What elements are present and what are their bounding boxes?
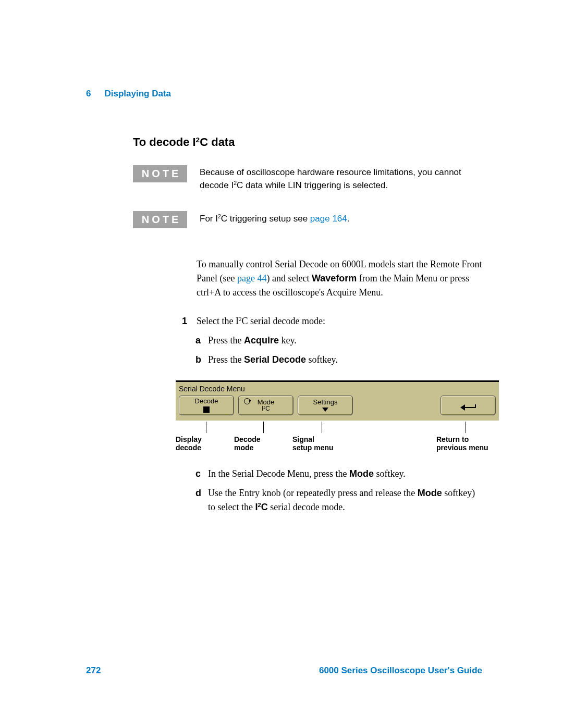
softkey-mode[interactable]: Mode I²C: [238, 396, 293, 415]
step-number: 1: [182, 314, 187, 328]
chevron-down-icon: [322, 408, 328, 412]
return-arrow-icon: [460, 402, 476, 409]
note-badge: NOTE: [133, 211, 187, 228]
substep-list: a Press the Acquire key. b Press the Ser…: [208, 334, 482, 367]
note-badge: NOTE: [133, 165, 187, 182]
serial-decode-menu-figure: Serial Decode Menu Decode Mode I²C: [176, 380, 499, 453]
softkey-label: Decode: [195, 398, 218, 405]
page-footer: 272 6000 Series Oscilloscope User's Guid…: [86, 665, 482, 676]
callout-signal-setup: Signal setup menu: [292, 422, 376, 453]
substep-item: d Use the Entry knob (or repeatedly pres…: [208, 486, 482, 514]
softkey-decode[interactable]: Decode: [179, 396, 234, 415]
softkey-row: Decode Mode I²C Settings: [179, 396, 496, 415]
menu-bar: Serial Decode Menu Decode Mode I²C: [176, 380, 499, 421]
callout-row: Display decode Decode mode Signal setup …: [176, 422, 499, 453]
substep-item: a Press the Acquire key.: [208, 334, 482, 348]
step-list: 1 Select the I2C serial decode mode: a P…: [197, 314, 482, 515]
i2c-bold: I2C: [255, 502, 267, 512]
heading-pre: To decode I: [133, 135, 196, 149]
doc-title: 6000 Series Oscilloscope User's Guide: [319, 665, 482, 676]
callout-decode-mode: Decode mode: [234, 422, 292, 453]
substep-letter: d: [195, 486, 201, 500]
substep-list: c In the Serial Decode Menu, press the M…: [208, 467, 482, 514]
substep-item: b Press the Serial Decode softkey.: [208, 353, 482, 367]
section-heading: To decode I2C data: [133, 135, 482, 150]
callout-leader-line: [466, 422, 466, 433]
note-callout: NOTE For I2C triggering setup see page 1…: [133, 211, 482, 228]
substep-letter: a: [195, 334, 201, 348]
callout-return: Return to previous menu: [436, 422, 499, 453]
heading-sup: 2: [196, 136, 200, 144]
callout-display-decode: Display decode: [176, 422, 234, 453]
page: 6 Displaying Data To decode I2C data NOT…: [0, 0, 563, 728]
note-callout: NOTE Because of oscilloscope hardware re…: [133, 165, 482, 192]
softkey-return[interactable]: [440, 396, 496, 415]
page-link[interactable]: page 44: [237, 273, 266, 283]
body-text: To manually control Serial Decode on 600…: [197, 257, 482, 515]
softkey-value: I²C: [262, 405, 270, 412]
callout-leader-line: [263, 422, 264, 433]
softkey-settings[interactable]: Settings: [298, 396, 353, 415]
page-link[interactable]: page 164: [310, 213, 347, 223]
softkey-label: Settings: [313, 399, 338, 406]
step-item: 1 Select the I2C serial decode mode: a P…: [197, 314, 482, 515]
knob-icon: [244, 398, 250, 404]
callout-leader-line: [206, 422, 206, 433]
page-number: 272: [86, 665, 101, 676]
checkbox-icon: [203, 406, 210, 413]
substep-letter: c: [195, 467, 201, 481]
running-header: 6 Displaying Data: [86, 89, 482, 99]
chapter-number: 6: [86, 89, 91, 99]
substep-letter: b: [195, 353, 201, 367]
callout-leader-line: [322, 422, 322, 433]
heading-post: C data: [200, 135, 235, 149]
softkey-label: Mode: [258, 399, 275, 406]
note-text: Because of oscilloscope hardware resourc…: [200, 165, 482, 192]
menu-title: Serial Decode Menu: [179, 384, 496, 394]
note-text: For I2C triggering setup see page 164.: [200, 211, 482, 225]
intro-paragraph: To manually control Serial Decode on 600…: [197, 257, 482, 300]
chapter-title: Displaying Data: [104, 89, 171, 99]
substep-item: c In the Serial Decode Menu, press the M…: [208, 467, 482, 481]
